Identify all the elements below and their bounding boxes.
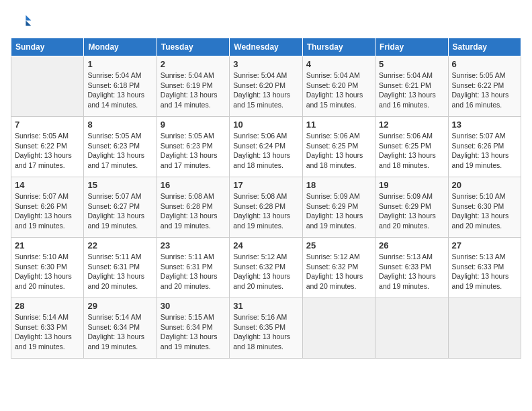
calendar-cell: 24Sunrise: 5:12 AM Sunset: 6:32 PM Dayli…: [230, 238, 302, 298]
day-number: 12: [379, 120, 444, 130]
calendar-week-row: 1Sunrise: 5:04 AM Sunset: 6:18 PM Daylig…: [11, 56, 521, 117]
day-number: 5: [379, 59, 444, 69]
calendar-cell: [448, 298, 521, 359]
calendar-cell: 8Sunrise: 5:05 AM Sunset: 6:23 PM Daylig…: [84, 117, 157, 177]
calendar-cell: 26Sunrise: 5:13 AM Sunset: 6:33 PM Dayli…: [375, 238, 448, 298]
day-number: 6: [452, 59, 517, 69]
header-thursday: Thursday: [302, 38, 375, 56]
logo-icon: [11, 11, 32, 32]
page-header: [11, 11, 521, 32]
day-number: 29: [87, 301, 152, 311]
calendar-cell: 9Sunrise: 5:05 AM Sunset: 6:23 PM Daylig…: [157, 117, 229, 177]
day-number: 2: [161, 59, 226, 69]
day-number: 25: [306, 240, 371, 250]
day-info: Sunrise: 5:15 AM Sunset: 6:34 PM Dayligh…: [161, 312, 226, 352]
day-number: 21: [15, 240, 80, 250]
calendar-cell: 5Sunrise: 5:04 AM Sunset: 6:21 PM Daylig…: [375, 56, 448, 117]
day-info: Sunrise: 5:04 AM Sunset: 6:19 PM Dayligh…: [161, 71, 226, 110]
day-number: 15: [87, 180, 152, 190]
day-info: Sunrise: 5:04 AM Sunset: 6:20 PM Dayligh…: [233, 71, 298, 110]
day-info: Sunrise: 5:09 AM Sunset: 6:29 PM Dayligh…: [306, 191, 371, 231]
day-info: Sunrise: 5:10 AM Sunset: 6:30 PM Dayligh…: [452, 191, 517, 231]
day-number: 24: [233, 240, 298, 250]
calendar-week-row: 7Sunrise: 5:05 AM Sunset: 6:22 PM Daylig…: [11, 117, 521, 177]
header-friday: Friday: [375, 38, 448, 56]
day-info: Sunrise: 5:08 AM Sunset: 6:28 PM Dayligh…: [233, 191, 298, 231]
day-number: 22: [87, 240, 152, 250]
day-info: Sunrise: 5:11 AM Sunset: 6:31 PM Dayligh…: [161, 252, 226, 291]
calendar-cell: 3Sunrise: 5:04 AM Sunset: 6:20 PM Daylig…: [230, 56, 302, 117]
day-number: 13: [452, 120, 517, 130]
day-number: 23: [161, 240, 226, 250]
calendar-cell: 14Sunrise: 5:07 AM Sunset: 6:26 PM Dayli…: [11, 177, 84, 238]
calendar-cell: 2Sunrise: 5:04 AM Sunset: 6:19 PM Daylig…: [157, 56, 229, 117]
calendar-cell: 16Sunrise: 5:08 AM Sunset: 6:28 PM Dayli…: [157, 177, 229, 238]
day-number: 20: [452, 180, 517, 190]
day-info: Sunrise: 5:10 AM Sunset: 6:30 PM Dayligh…: [15, 252, 80, 291]
day-number: 30: [161, 301, 226, 311]
day-info: Sunrise: 5:13 AM Sunset: 6:33 PM Dayligh…: [452, 252, 517, 291]
calendar-cell: 4Sunrise: 5:04 AM Sunset: 6:20 PM Daylig…: [302, 56, 375, 117]
day-info: Sunrise: 5:09 AM Sunset: 6:29 PM Dayligh…: [379, 191, 444, 231]
calendar-week-row: 21Sunrise: 5:10 AM Sunset: 6:30 PM Dayli…: [11, 238, 521, 298]
day-number: 16: [161, 180, 226, 190]
calendar-cell: 30Sunrise: 5:15 AM Sunset: 6:34 PM Dayli…: [157, 298, 229, 359]
day-number: 10: [233, 120, 298, 130]
day-info: Sunrise: 5:14 AM Sunset: 6:34 PM Dayligh…: [87, 312, 152, 352]
day-number: 26: [379, 240, 444, 250]
day-number: 11: [306, 120, 371, 130]
day-info: Sunrise: 5:12 AM Sunset: 6:32 PM Dayligh…: [306, 252, 371, 291]
day-number: 28: [15, 301, 80, 311]
calendar-header-row: SundayMondayTuesdayWednesdayThursdayFrid…: [11, 38, 521, 56]
calendar-week-row: 28Sunrise: 5:14 AM Sunset: 6:33 PM Dayli…: [11, 298, 521, 359]
calendar-cell: 29Sunrise: 5:14 AM Sunset: 6:34 PM Dayli…: [84, 298, 157, 359]
day-info: Sunrise: 5:13 AM Sunset: 6:33 PM Dayligh…: [379, 252, 444, 291]
day-info: Sunrise: 5:12 AM Sunset: 6:32 PM Dayligh…: [233, 252, 298, 291]
day-number: 8: [87, 120, 152, 130]
calendar-cell: 22Sunrise: 5:11 AM Sunset: 6:31 PM Dayli…: [84, 238, 157, 298]
calendar-cell: [302, 298, 375, 359]
calendar-cell: 21Sunrise: 5:10 AM Sunset: 6:30 PM Dayli…: [11, 238, 84, 298]
day-number: 19: [379, 180, 444, 190]
header-wednesday: Wednesday: [230, 38, 302, 56]
day-number: 14: [15, 180, 80, 190]
day-info: Sunrise: 5:06 AM Sunset: 6:25 PM Dayligh…: [306, 131, 371, 171]
calendar-cell: 6Sunrise: 5:05 AM Sunset: 6:22 PM Daylig…: [448, 56, 521, 117]
header-saturday: Saturday: [448, 38, 521, 56]
day-number: 3: [233, 59, 298, 69]
day-number: 1: [87, 59, 152, 69]
calendar-cell: 31Sunrise: 5:16 AM Sunset: 6:35 PM Dayli…: [230, 298, 302, 359]
day-number: 31: [233, 301, 298, 311]
day-info: Sunrise: 5:04 AM Sunset: 6:21 PM Dayligh…: [379, 71, 444, 110]
day-info: Sunrise: 5:07 AM Sunset: 6:27 PM Dayligh…: [87, 191, 152, 231]
logo: [11, 11, 35, 32]
day-number: 17: [233, 180, 298, 190]
day-number: 4: [306, 59, 371, 69]
day-number: 9: [161, 120, 226, 130]
svg-rect-0: [11, 11, 32, 32]
day-info: Sunrise: 5:04 AM Sunset: 6:20 PM Dayligh…: [306, 71, 371, 110]
day-info: Sunrise: 5:05 AM Sunset: 6:22 PM Dayligh…: [452, 71, 517, 110]
day-number: 7: [15, 120, 80, 130]
calendar-cell: 10Sunrise: 5:06 AM Sunset: 6:24 PM Dayli…: [230, 117, 302, 177]
header-sunday: Sunday: [11, 38, 84, 56]
calendar-cell: 13Sunrise: 5:07 AM Sunset: 6:26 PM Dayli…: [448, 117, 521, 177]
calendar-table: SundayMondayTuesdayWednesdayThursdayFrid…: [11, 38, 521, 359]
calendar-cell: 28Sunrise: 5:14 AM Sunset: 6:33 PM Dayli…: [11, 298, 84, 359]
calendar-cell: [375, 298, 448, 359]
day-info: Sunrise: 5:06 AM Sunset: 6:24 PM Dayligh…: [233, 131, 298, 171]
day-info: Sunrise: 5:06 AM Sunset: 6:25 PM Dayligh…: [379, 131, 444, 171]
calendar-cell: 15Sunrise: 5:07 AM Sunset: 6:27 PM Dayli…: [84, 177, 157, 238]
calendar-cell: 20Sunrise: 5:10 AM Sunset: 6:30 PM Dayli…: [448, 177, 521, 238]
day-info: Sunrise: 5:08 AM Sunset: 6:28 PM Dayligh…: [161, 191, 226, 231]
calendar-cell: 11Sunrise: 5:06 AM Sunset: 6:25 PM Dayli…: [302, 117, 375, 177]
day-number: 18: [306, 180, 371, 190]
header-monday: Monday: [84, 38, 157, 56]
calendar-cell: 7Sunrise: 5:05 AM Sunset: 6:22 PM Daylig…: [11, 117, 84, 177]
calendar-cell: 12Sunrise: 5:06 AM Sunset: 6:25 PM Dayli…: [375, 117, 448, 177]
calendar-cell: 27Sunrise: 5:13 AM Sunset: 6:33 PM Dayli…: [448, 238, 521, 298]
day-info: Sunrise: 5:14 AM Sunset: 6:33 PM Dayligh…: [15, 312, 80, 352]
day-info: Sunrise: 5:05 AM Sunset: 6:23 PM Dayligh…: [161, 131, 226, 171]
calendar-cell: 18Sunrise: 5:09 AM Sunset: 6:29 PM Dayli…: [302, 177, 375, 238]
day-info: Sunrise: 5:16 AM Sunset: 6:35 PM Dayligh…: [233, 312, 298, 352]
